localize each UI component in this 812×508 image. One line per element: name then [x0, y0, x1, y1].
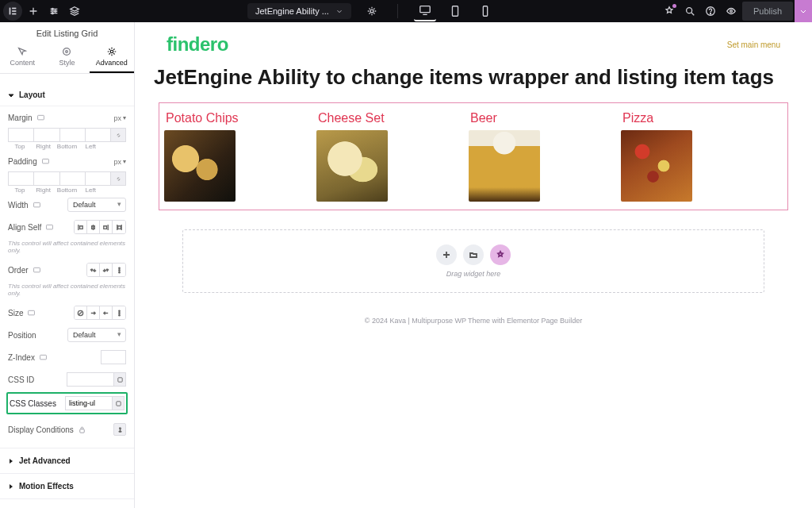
responsive-icon[interactable]: [33, 266, 41, 275]
cssid-dynamic-button[interactable]: [113, 372, 126, 387]
svg-point-16: [66, 51, 68, 53]
elementor-logo[interactable]: [3, 2, 22, 21]
responsive-icon[interactable]: [33, 201, 41, 210]
svg-point-25: [118, 271, 119, 272]
side-left: Left: [79, 143, 102, 150]
item-image: [621, 130, 692, 202]
svg-rect-1: [12, 8, 16, 10]
site-header: findero Set main menu: [135, 22, 812, 60]
padding-left-input[interactable]: [85, 171, 110, 186]
section-layout-toggle[interactable]: Layout: [0, 84, 134, 106]
add-element-button[interactable]: [24, 2, 43, 21]
padding-bottom-input[interactable]: [59, 171, 85, 186]
align-end[interactable]: [100, 221, 113, 233]
structure-button[interactable]: [65, 2, 84, 21]
cssclasses-input[interactable]: [65, 396, 113, 410]
svg-point-14: [730, 10, 733, 13]
dropzone-add-button[interactable]: [436, 244, 457, 265]
size-shrink[interactable]: [100, 306, 113, 319]
dropzone-hint: Drag widget here: [446, 270, 501, 278]
site-logo[interactable]: findero: [167, 33, 228, 56]
size-more[interactable]: [113, 306, 125, 319]
listing-item[interactable]: Pizza: [621, 111, 757, 202]
display-conditions-button[interactable]: [113, 423, 126, 436]
margin-unit-select[interactable]: px: [113, 114, 126, 122]
padding-unit-select[interactable]: px: [113, 158, 126, 166]
margin-top-input[interactable]: [8, 128, 33, 142]
responsive-icon[interactable]: [41, 157, 50, 166]
padding-top-input[interactable]: [8, 171, 33, 186]
dropzone-folder-button[interactable]: [463, 244, 484, 265]
topbar: JetEngine Ability ... Publish: [0, 0, 812, 22]
align-stretch[interactable]: [113, 221, 125, 233]
margin-right-input[interactable]: [33, 128, 59, 142]
order-more[interactable]: [113, 264, 125, 276]
margin-left-input[interactable]: [85, 128, 110, 142]
size-grow[interactable]: [87, 306, 100, 319]
tab-style[interactable]: Style: [44, 43, 89, 73]
responsive-icon[interactable]: [36, 114, 45, 122]
width-select[interactable]: Default: [67, 198, 126, 212]
drop-zone[interactable]: Drag widget here: [182, 229, 764, 293]
margin-link-toggle[interactable]: [110, 128, 126, 142]
item-image: [316, 130, 388, 202]
site-settings-button[interactable]: [44, 2, 63, 21]
label-zindex: Z-Index: [8, 353, 35, 362]
site-footer: © 2024 Kava | Multipurpose WP Theme with…: [135, 293, 812, 333]
section-jet-advanced[interactable]: Jet Advanced: [0, 448, 134, 473]
padding-right-input[interactable]: [33, 171, 59, 186]
publish-button[interactable]: Publish: [742, 2, 793, 21]
notification-dot: [672, 4, 676, 8]
svg-rect-33: [116, 401, 120, 405]
svg-point-23: [118, 267, 119, 268]
page-title-text: JetEngine Ability ...: [255, 6, 329, 16]
finder-button[interactable]: [680, 2, 699, 21]
hint-order: This control will affect contained eleme…: [8, 281, 126, 302]
page-settings-button[interactable]: [362, 2, 381, 21]
responsive-icon[interactable]: [45, 223, 54, 232]
label-cssid: CSS ID: [8, 375, 34, 384]
size-none[interactable]: [75, 306, 87, 319]
whats-new-button[interactable]: [660, 2, 679, 21]
item-title: Potato Chips: [166, 111, 301, 125]
position-select[interactable]: Default: [67, 328, 126, 342]
listing-item[interactable]: Cheese Set: [316, 111, 453, 202]
dropzone-ai-button[interactable]: [490, 244, 511, 265]
order-first[interactable]: [87, 264, 100, 276]
section-transform[interactable]: Transform: [0, 498, 134, 508]
listing-item[interactable]: Beer: [469, 111, 605, 202]
section-motion[interactable]: Motion Effects: [0, 473, 134, 498]
svg-rect-26: [29, 310, 35, 315]
editor-panel: Edit Listing Grid Content Style Advanced…: [0, 22, 135, 508]
tab-content[interactable]: Content: [0, 43, 44, 73]
tab-advanced[interactable]: Advanced: [90, 43, 134, 73]
cssid-input[interactable]: [67, 372, 114, 387]
align-center[interactable]: [87, 221, 100, 233]
padding-link-toggle[interactable]: [110, 171, 126, 186]
svg-point-29: [118, 312, 119, 313]
device-tablet[interactable]: [444, 1, 466, 21]
zindex-input[interactable]: [101, 350, 126, 364]
item-image: [164, 130, 236, 202]
help-button[interactable]: [701, 2, 720, 21]
size-group: [74, 306, 126, 320]
svg-point-35: [119, 427, 121, 429]
label-position: Position: [8, 331, 36, 340]
margin-bottom-input[interactable]: [59, 128, 85, 142]
preview-button[interactable]: [722, 2, 741, 21]
align-start[interactable]: [75, 221, 87, 233]
set-main-menu-link[interactable]: Set main menu: [727, 40, 780, 49]
page-title-pill[interactable]: JetEngine Ability ...: [247, 3, 351, 19]
responsive-icon[interactable]: [27, 309, 36, 318]
order-last[interactable]: [100, 264, 113, 276]
svg-point-17: [110, 50, 113, 53]
responsive-icon[interactable]: [39, 353, 48, 362]
listing-item[interactable]: Potato Chips: [164, 111, 301, 202]
section-jet-advanced-label: Jet Advanced: [19, 456, 71, 465]
publish-options-button[interactable]: [795, 0, 812, 22]
item-image: [469, 130, 540, 202]
listing-grid[interactable]: Potato Chips Cheese Set Beer Pizza: [159, 102, 788, 210]
cssclasses-dynamic-button[interactable]: [112, 396, 124, 410]
device-desktop[interactable]: [414, 1, 436, 21]
device-mobile[interactable]: [474, 1, 496, 21]
